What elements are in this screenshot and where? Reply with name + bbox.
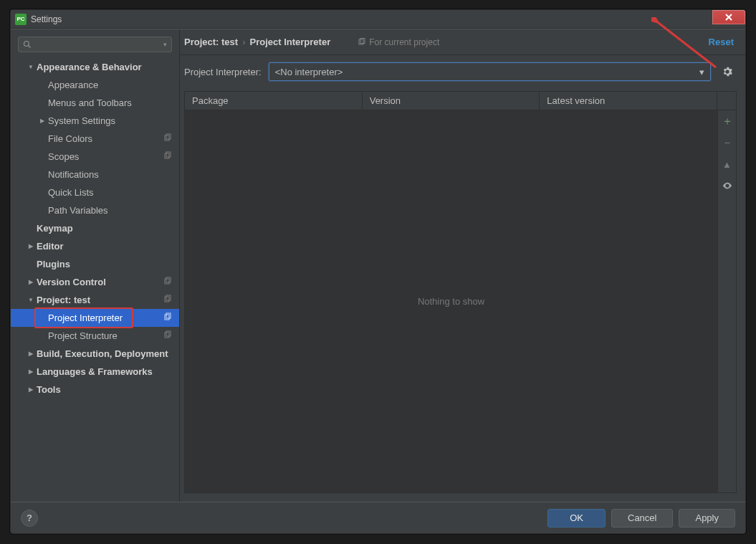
svg-rect-2: [165, 135, 169, 140]
column-latest[interactable]: Latest version: [540, 92, 717, 110]
chevron-right-icon: ▶: [27, 243, 35, 249]
tree-item-label: Build, Execution, Deployment: [37, 348, 173, 359]
chevron-right-icon: ▶: [38, 118, 47, 124]
breadcrumb-seg-project: Project: test: [184, 37, 238, 47]
tree-item-project-test[interactable]: ▼Project: test: [11, 291, 179, 309]
tree-item-editor[interactable]: ▶Editor: [11, 237, 179, 255]
copy-icon: [163, 295, 173, 305]
svg-rect-4: [165, 153, 169, 158]
copy-icon: [163, 330, 173, 341]
settings-tree[interactable]: ▼Appearance & BehaviorAppearanceMenus an…: [11, 58, 179, 502]
tree-item-label: Project: test: [37, 295, 163, 305]
tree-item-plugins[interactable]: Plugins: [11, 255, 179, 273]
table-body: Nothing to show: [185, 110, 717, 492]
svg-line-1: [29, 46, 31, 48]
empty-text: Nothing to show: [418, 296, 484, 307]
tree-item-label: Editor: [37, 241, 173, 252]
chevron-down-icon: ▼: [27, 64, 35, 70]
sidebar: ▾ ▼Appearance & BehaviorAppearanceMenus …: [11, 29, 180, 502]
svg-rect-7: [166, 277, 171, 282]
tree-item-label: Tools: [37, 384, 173, 395]
tree-item-path-variables[interactable]: Path Variables: [11, 201, 179, 219]
tree-item-label: Languages & Frameworks: [37, 366, 173, 377]
svg-rect-13: [166, 331, 171, 336]
tree-item-label: Project Structure: [48, 330, 163, 341]
add-package-button[interactable]: ＋: [722, 116, 732, 126]
upgrade-package-button[interactable]: ▲: [722, 159, 732, 169]
breadcrumb-sep-icon: ›: [242, 37, 245, 47]
svg-rect-8: [165, 297, 169, 302]
interpreter-combo[interactable]: <No interpreter> ▾: [269, 62, 711, 81]
tree-item-label: Appearance & Behavior: [37, 62, 173, 72]
tree-item-keymap[interactable]: Keymap: [11, 219, 179, 237]
svg-rect-10: [165, 315, 169, 320]
help-button[interactable]: ?: [21, 510, 38, 527]
window-title: Settings: [31, 14, 62, 24]
tree-item-scopes[interactable]: Scopes: [11, 148, 179, 166]
search-dropdown-icon[interactable]: ▾: [163, 41, 167, 48]
search-input-wrap[interactable]: ▾: [18, 37, 172, 52]
tree-item-label: Scopes: [48, 151, 163, 162]
chevron-right-icon: ▶: [27, 386, 35, 393]
column-tools: [717, 92, 736, 110]
tree-item-label: Quick Lists: [48, 187, 173, 198]
apply-button[interactable]: Apply: [679, 509, 735, 528]
tree-item-label: System Settings: [48, 115, 173, 126]
svg-rect-11: [166, 313, 171, 318]
svg-point-0: [24, 42, 29, 47]
eye-icon: [722, 182, 732, 189]
tree-item-label: Menus and Toolbars: [48, 97, 173, 108]
content: ▾ ▼Appearance & BehaviorAppearanceMenus …: [11, 29, 745, 502]
tree-item-system-settings[interactable]: ▶System Settings: [11, 112, 179, 130]
tree-item-languages-frameworks[interactable]: ▶Languages & Frameworks: [11, 363, 179, 381]
detail-pane: Project: test › Project Interpreter For …: [180, 29, 745, 502]
breadcrumb-seg-page: Project Interpreter: [249, 37, 330, 47]
for-current-project-label: For current project: [358, 37, 439, 47]
reset-link[interactable]: Reset: [709, 37, 734, 47]
tree-item-appearance-behavior[interactable]: ▼Appearance & Behavior: [11, 58, 179, 76]
tree-item-tools[interactable]: ▶Tools: [11, 381, 179, 399]
tree-item-label: Path Variables: [48, 205, 173, 216]
search-input[interactable]: [34, 39, 163, 49]
tree-item-project-structure[interactable]: Project Structure: [11, 327, 179, 345]
dialog-footer: ? OK Cancel Apply: [11, 502, 745, 533]
copy-icon: [163, 151, 173, 162]
interpreter-combo-value: <No interpreter>: [275, 67, 343, 77]
tree-item-version-control[interactable]: ▶Version Control: [11, 273, 179, 291]
svg-rect-5: [166, 152, 171, 157]
tree-item-menus-and-toolbars[interactable]: Menus and Toolbars: [11, 94, 179, 112]
column-package[interactable]: Package: [185, 92, 363, 110]
table-toolbar: ＋ － ▲: [717, 110, 736, 492]
copy-icon: [163, 312, 173, 323]
packages-table: Package Version Latest version Nothing t…: [184, 91, 737, 493]
chevron-down-icon: ▾: [699, 67, 704, 77]
svg-rect-3: [166, 134, 171, 139]
interpreter-settings-button[interactable]: [718, 62, 737, 81]
show-early-button[interactable]: [722, 181, 732, 191]
tree-item-project-interpreter[interactable]: Project Interpreter: [11, 309, 179, 327]
chevron-right-icon: ▶: [27, 279, 35, 285]
copy-icon: [358, 38, 366, 47]
app-icon: [15, 14, 27, 25]
ok-button[interactable]: OK: [547, 509, 606, 528]
close-button[interactable]: [712, 10, 745, 24]
remove-package-button[interactable]: －: [722, 138, 732, 148]
tree-item-notifications[interactable]: Notifications: [11, 166, 179, 183]
svg-rect-12: [165, 333, 169, 338]
interpreter-label: Project Interpreter:: [184, 67, 262, 77]
gear-icon: [722, 67, 732, 77]
svg-rect-9: [166, 295, 171, 300]
chevron-right-icon: ▶: [27, 350, 35, 357]
cancel-button[interactable]: Cancel: [611, 509, 673, 528]
copy-icon: [163, 133, 173, 144]
tree-item-label: Plugins: [37, 259, 173, 269]
table-header: Package Version Latest version: [185, 92, 736, 110]
tree-item-label: File Colors: [48, 133, 163, 144]
tree-item-file-colors[interactable]: File Colors: [11, 130, 179, 148]
titlebar: Settings: [11, 10, 745, 29]
tree-item-build-execution-deployment[interactable]: ▶Build, Execution, Deployment: [11, 345, 179, 363]
svg-rect-6: [165, 279, 169, 284]
tree-item-appearance[interactable]: Appearance: [11, 76, 179, 94]
tree-item-quick-lists[interactable]: Quick Lists: [11, 183, 179, 201]
column-version[interactable]: Version: [363, 92, 540, 110]
